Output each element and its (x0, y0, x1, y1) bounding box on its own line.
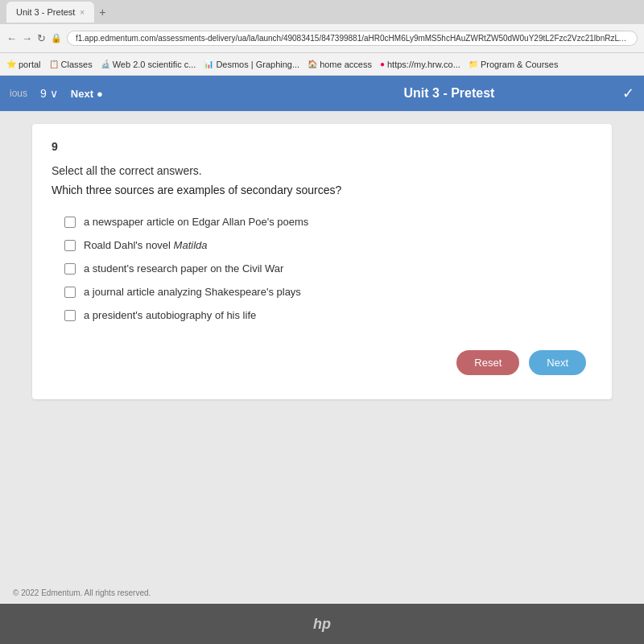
checkbox-1[interactable] (64, 217, 76, 228)
checkbox-4[interactable] (64, 287, 76, 298)
bookmark-label: home access (320, 60, 372, 69)
bookmark-icon: ⭐ (6, 60, 16, 68)
answer-label-2: Roald Dahl's novel Matilda (84, 239, 208, 251)
bookmark-label: Desmos | Graphing... (216, 60, 299, 69)
bookmark-homeaccess[interactable]: 🏠 home access (308, 60, 372, 69)
checkmark-icon: ✓ (622, 85, 634, 102)
checkbox-2[interactable] (64, 240, 76, 251)
reset-button[interactable]: Reset (456, 350, 519, 375)
footer: © 2022 Edmentum. All rights reserved. (0, 582, 644, 604)
next-label: Next (71, 88, 93, 100)
app-toolbar: ious 9 ∨ Next ● Unit 3 - Pretest ✓ (0, 76, 644, 111)
bookmark-classes[interactable]: 📋 Classes (49, 60, 93, 69)
bookmarks-bar: ⭐ portal 📋 Classes 🔬 Web 2.0 scientific … (0, 53, 644, 76)
button-row: Reset Next (52, 350, 592, 375)
browser-frame: Unit 3 - Pretest × + ← → ↻ 🔒 f1.app.edme… (0, 0, 644, 644)
bookmark-portal[interactable]: ⭐ portal (6, 60, 41, 69)
url-bar[interactable]: f1.app.edmentum.com/assessments-delivery… (67, 31, 638, 46)
question-instruction: Select all the correct answers. (52, 164, 592, 177)
bookmark-icon: 📋 (49, 60, 59, 68)
bookmark-hrw[interactable]: ● https://my.hrw.co... (380, 60, 460, 69)
previous-label: ious (10, 88, 27, 99)
question-number: 9 (52, 140, 592, 153)
lock-icon: 🔒 (51, 33, 62, 43)
bookmark-icon: 🔬 (101, 60, 110, 68)
question-counter: 9 ∨ (40, 87, 58, 100)
answer-options-list: a newspaper article on Edgar Allan Poe's… (52, 216, 592, 321)
answer-option-2[interactable]: Roald Dahl's novel Matilda (64, 239, 592, 251)
answer-option-1[interactable]: a newspaper article on Edgar Allan Poe's… (64, 216, 592, 228)
hp-logo: hp (313, 616, 331, 633)
bookmark-label: https://my.hrw.co... (387, 60, 460, 69)
new-tab-button[interactable]: + (99, 6, 105, 19)
checkbox-3[interactable] (64, 263, 76, 275)
bookmark-icon: 🏠 (308, 60, 317, 68)
copyright-text: © 2022 Edmentum. All rights reserved. (13, 588, 151, 597)
answer-option-3[interactable]: a student's research paper on the Civil … (64, 262, 592, 275)
tab-close-button[interactable]: × (80, 8, 85, 17)
address-bar: ← → ↻ 🔒 f1.app.edmentum.com/assessments-… (0, 24, 644, 53)
bookmark-label: Web 2.0 scientific c... (113, 60, 196, 69)
circle-icon: ● (380, 60, 385, 68)
counter-number: 9 (40, 87, 47, 100)
answer-option-5[interactable]: a president's autobiography of his life (64, 309, 592, 321)
question-card: 9 Select all the correct answers. Which … (32, 124, 612, 399)
desktop-taskbar: hp (0, 604, 644, 644)
assessment-title: Unit 3 - Pretest (289, 86, 609, 101)
answer-label-4: a journal article analyzing Shakespeare'… (84, 286, 301, 298)
refresh-button[interactable]: ↻ (37, 32, 46, 44)
chevron-down-icon[interactable]: ∨ (50, 87, 58, 100)
active-tab[interactable]: Unit 3 - Pretest × (6, 2, 94, 23)
checkbox-5[interactable] (64, 310, 76, 321)
tab-title: Unit 3 - Pretest (16, 7, 75, 17)
next-button[interactable]: Next (529, 350, 586, 375)
bookmark-program[interactable]: 📁 Program & Courses (469, 60, 559, 69)
back-button[interactable]: ← (6, 32, 17, 44)
next-button-toolbar[interactable]: Next ● (71, 88, 103, 100)
bookmark-icon: 📁 (469, 60, 478, 68)
question-text: Which three sources are examples of seco… (52, 184, 592, 196)
bookmark-icon: 📊 (204, 60, 213, 68)
bookmark-label: Program & Courses (481, 60, 559, 69)
bookmark-desmos[interactable]: 📊 Desmos | Graphing... (204, 60, 299, 69)
answer-option-4[interactable]: a journal article analyzing Shakespeare'… (64, 286, 592, 298)
bookmark-label: Classes (61, 60, 93, 69)
answer-label-5: a president's autobiography of his life (84, 309, 256, 321)
bookmark-label: portal (19, 60, 41, 69)
main-content: 9 Select all the correct answers. Which … (0, 111, 644, 582)
answer-label-3: a student's research paper on the Civil … (84, 262, 283, 275)
next-arrow-icon: ● (97, 88, 103, 100)
forward-button[interactable]: → (22, 32, 32, 44)
tab-bar: Unit 3 - Pretest × + (0, 0, 644, 24)
bookmark-web20[interactable]: 🔬 Web 2.0 scientific c... (101, 60, 196, 69)
answer-label-1: a newspaper article on Edgar Allan Poe's… (84, 216, 308, 228)
